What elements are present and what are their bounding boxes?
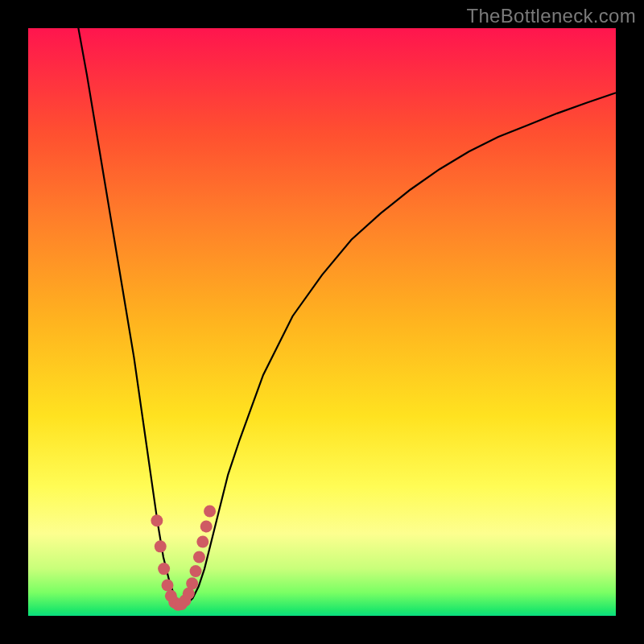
watermark-text: TheBottleneck.com (466, 5, 636, 27)
marker-dot (190, 565, 202, 577)
marker-dot (158, 563, 170, 575)
marker-dot (204, 506, 216, 518)
marker-dot (196, 536, 208, 548)
marker-dot (186, 577, 198, 589)
marker-dot (151, 514, 163, 526)
marker-dot (162, 580, 174, 592)
marker-dot (193, 551, 205, 564)
chart-svg (28, 28, 616, 616)
chart-frame: TheBottleneck.com (0, 0, 644, 644)
chart-plot-area (28, 28, 616, 616)
min-marker-dots (151, 506, 216, 611)
marker-dot (155, 540, 167, 552)
marker-dot (200, 521, 213, 533)
